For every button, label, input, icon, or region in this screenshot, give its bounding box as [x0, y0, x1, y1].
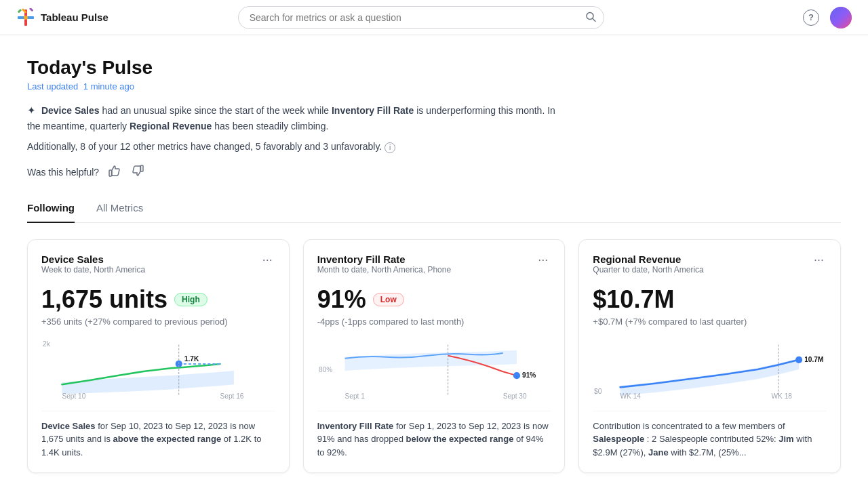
card-device-sales: Device Sales Week to date, North America…: [27, 239, 290, 474]
card-menu-button[interactable]: ···: [260, 253, 275, 266]
card-change: +$0.7M (+7% compared to last quarter): [593, 317, 827, 327]
header-right: ?: [803, 7, 852, 28]
app-title: Tableau Pulse: [41, 12, 108, 23]
tab-all-metrics[interactable]: All Metrics: [96, 202, 143, 223]
svg-text:80%: 80%: [319, 366, 332, 373]
card-value: 91% Low: [317, 285, 551, 314]
card-description: Device Sales for Sep 10, 2023 to Sep 12,…: [41, 411, 275, 460]
svg-point-5: [24, 16, 28, 20]
svg-text:Sept 16: Sept 16: [220, 392, 244, 399]
thumbs-down-button[interactable]: [129, 161, 148, 183]
card-title: Device Sales: [41, 253, 145, 265]
svg-rect-6: [18, 9, 22, 13]
inventory-chart: 80% 91% Sept 1 Sept 30: [317, 335, 551, 403]
svg-text:$0: $0: [594, 388, 602, 395]
svg-text:WK 18: WK 18: [772, 392, 793, 399]
card-subtitle: Week to date, North America: [41, 265, 145, 274]
helpful-row: Was this helpful?: [27, 161, 841, 183]
svg-point-26: [795, 357, 802, 363]
summary-text: ✦ Device Sales had an unusual spike sinc…: [27, 102, 556, 134]
card-title: Inventory Fill Rate: [317, 253, 451, 265]
card-value: $10.7M: [593, 285, 827, 314]
header: Tableau Pulse ?: [0, 0, 868, 35]
svg-rect-7: [29, 8, 33, 12]
summary-metric1: Device Sales: [41, 105, 100, 116]
card-description: Contribution is concentrated to a few me…: [593, 411, 827, 460]
svg-text:2k: 2k: [43, 340, 51, 347]
card-regional-revenue: Regional Revenue Quarter to date, North …: [578, 239, 841, 474]
page-title: Today's Pulse: [27, 57, 841, 79]
svg-point-20: [513, 372, 520, 379]
info-icon[interactable]: i: [384, 142, 395, 153]
card-value: 1,675 units High: [41, 285, 275, 314]
revenue-chart: $0 10.7M WK 14 WK 18: [593, 335, 827, 403]
svg-text:WK 14: WK 14: [620, 392, 642, 399]
main-content: Today's Pulse Last updated 1 minute ago …: [0, 35, 868, 488]
last-updated: Last updated 1 minute ago: [27, 81, 841, 92]
svg-rect-3: [27, 16, 34, 19]
card-change: +356 units (+27% compared to previous pe…: [41, 317, 275, 327]
svg-rect-1: [24, 19, 27, 26]
card-header: Regional Revenue Quarter to date, North …: [593, 253, 827, 283]
helpful-label: Was this helpful?: [27, 167, 99, 178]
svg-text:10.7M: 10.7M: [805, 356, 824, 363]
search-bar[interactable]: [238, 6, 604, 29]
summary-extra: Additionally, 8 of your 12 other metrics…: [27, 139, 556, 154]
avatar[interactable]: [830, 7, 852, 28]
logo-area: Tableau Pulse: [16, 8, 138, 27]
card-header: Inventory Fill Rate Month to date, North…: [317, 253, 551, 283]
low-badge: Low: [373, 293, 404, 306]
card-menu-button[interactable]: ···: [535, 253, 551, 266]
high-badge: High: [174, 293, 208, 306]
thumbs-up-button[interactable]: [104, 161, 123, 183]
svg-line-9: [593, 18, 595, 21]
help-icon[interactable]: ?: [803, 9, 819, 26]
device-sales-chart: 2k 1.7K Sept 10 Sept 16: [41, 335, 275, 403]
cards-grid: Device Sales Week to date, North America…: [27, 239, 841, 474]
card-description: Inventory Fill Rate for Sep 1, 2023 to S…: [317, 411, 551, 460]
summary-metric2: Inventory Fill Rate: [332, 105, 414, 116]
svg-rect-10: [109, 170, 112, 176]
search-input[interactable]: [238, 6, 604, 29]
svg-text:Sept 10: Sept 10: [62, 392, 85, 399]
card-subtitle: Quarter to date, North America: [593, 265, 703, 274]
svg-text:91%: 91%: [522, 371, 536, 379]
sparkle-icon: ✦: [27, 104, 36, 116]
svg-rect-2: [18, 16, 24, 19]
card-inventory-fill-rate: Inventory Fill Rate Month to date, North…: [303, 239, 566, 474]
card-subtitle: Month to date, North America, Phone: [317, 265, 451, 274]
svg-text:Sept 30: Sept 30: [502, 392, 526, 399]
tableau-logo-icon: [16, 8, 35, 27]
card-change: -4pps (-1pps compared to last month): [317, 317, 551, 327]
card-menu-button[interactable]: ···: [811, 253, 827, 266]
card-header: Device Sales Week to date, North America…: [41, 253, 275, 283]
search-icon: [585, 11, 596, 24]
svg-text:1.7K: 1.7K: [184, 355, 199, 363]
svg-rect-11: [141, 165, 144, 171]
svg-text:Sept 1: Sept 1: [344, 392, 365, 399]
summary-metric3: Regional Revenue: [130, 121, 212, 131]
tabs: Following All Metrics: [27, 202, 841, 223]
tab-following[interactable]: Following: [27, 202, 75, 223]
card-title: Regional Revenue: [593, 253, 703, 265]
